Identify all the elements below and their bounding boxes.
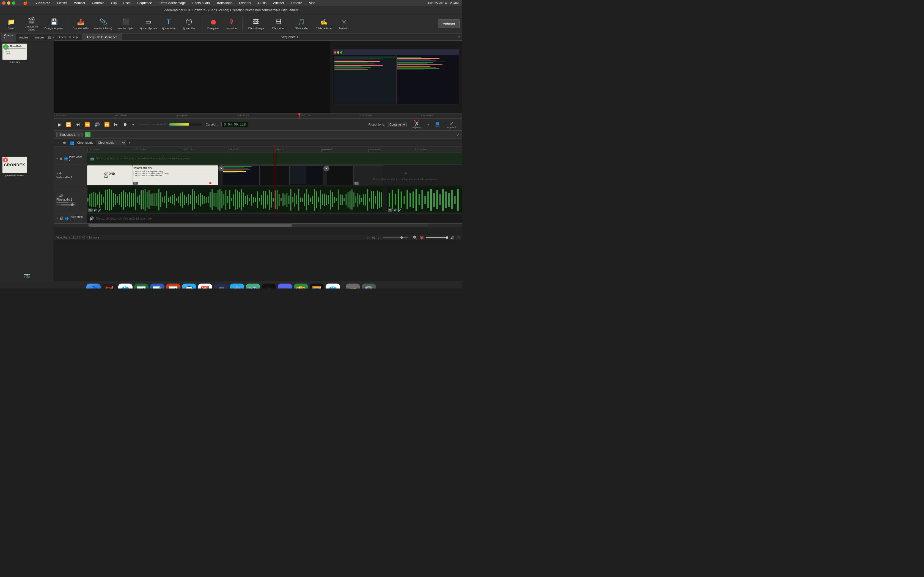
zoom-out-button[interactable]: ⊖ bbox=[367, 235, 370, 240]
createur-videos-button[interactable]: 🎬 Créateur de vidéos bbox=[20, 15, 42, 32]
master-vol-thumb[interactable] bbox=[446, 236, 448, 239]
buy-button[interactable]: Acheter bbox=[438, 19, 460, 28]
maximize-button[interactable] bbox=[12, 2, 15, 5]
effets-texte-button[interactable]: ✍ Effets de texte bbox=[313, 15, 335, 32]
btn-agrandir[interactable]: ⤢ Agrandir bbox=[445, 119, 459, 129]
scrollbar-thumb[interactable] bbox=[88, 224, 292, 227]
exporter-video-button[interactable]: 📤 Exporter vidéo bbox=[69, 15, 92, 32]
dock-maps2[interactable]: 🏆 bbox=[294, 284, 308, 289]
dock-photos[interactable]: 🖼️ bbox=[310, 284, 324, 289]
menu-fichier[interactable]: Fichier bbox=[56, 0, 68, 5]
expand-timeline-icon[interactable]: ⤢ bbox=[457, 132, 460, 137]
sep-button[interactable]: ✂️ Séparer bbox=[410, 119, 423, 129]
effets-audio-button[interactable]: 🎵 Effets audio bbox=[290, 15, 312, 32]
dock-excel[interactable]: 📊 bbox=[134, 284, 149, 289]
zoom-reset-button[interactable]: 🔍 bbox=[413, 235, 417, 240]
track-group-audio2[interactable]: 👥 bbox=[65, 216, 69, 220]
btn-360[interactable]: 👥 360 bbox=[433, 121, 442, 128]
timeline-scrollbar[interactable] bbox=[54, 223, 462, 227]
track-audio2-content[interactable]: 🔊 Glissez-déplacez vos clips audio ici p… bbox=[87, 213, 462, 223]
proportions-select[interactable]: Contenu 16:9 4:3 bbox=[387, 122, 407, 127]
track-group-icon[interactable]: 👥 bbox=[64, 156, 68, 160]
ajouter-texte-button[interactable]: T Ajouter texte bbox=[160, 15, 178, 32]
menu-outils[interactable]: Outils bbox=[257, 0, 268, 5]
track-eye-v1[interactable]: ⏺ bbox=[59, 171, 62, 175]
seq-tab-close[interactable]: × bbox=[78, 133, 80, 136]
audio-link-icon[interactable]: 🔗 bbox=[98, 208, 101, 211]
audio-clip-1[interactable]: FX 🔊 🔗 bbox=[87, 187, 383, 213]
ajouter-titre-button[interactable]: Ⓣ Ajouter titre bbox=[178, 15, 200, 32]
dock-messages[interactable]: 💬 bbox=[182, 284, 196, 289]
clip-code-2[interactable] bbox=[289, 165, 323, 185]
next-button[interactable]: ⏩ bbox=[104, 121, 110, 128]
dock-finder2[interactable]: 📁 bbox=[346, 284, 360, 289]
track-record-icon[interactable]: ⏺ bbox=[60, 156, 63, 160]
track-add-audio2[interactable]: + bbox=[57, 216, 58, 220]
zoom-slider-thumb[interactable] bbox=[401, 236, 403, 239]
master-vol-slider[interactable] bbox=[426, 237, 448, 238]
ajouter-clip-vide-button[interactable]: ▭ Ajouter clip vide bbox=[137, 15, 159, 32]
add-sequence-button[interactable]: + bbox=[85, 132, 90, 137]
audio2-mute-icon[interactable]: 🔊 bbox=[393, 208, 397, 211]
list-item[interactable]: Draw Chain Hack • Setup • Deploy • Execu… bbox=[2, 44, 27, 155]
enregistrer-projet-button[interactable]: 💾 Enregistrer projet bbox=[43, 15, 65, 32]
clip-delete-1[interactable]: ✕ bbox=[218, 165, 225, 171]
prev-button[interactable]: ⏪ bbox=[84, 121, 90, 128]
dock-trash[interactable]: 🗑️ bbox=[362, 284, 376, 289]
menu-piste[interactable]: Piste bbox=[122, 0, 132, 5]
tab-videos[interactable]: Vidéos 2 bbox=[1, 33, 16, 42]
track-minus-v1[interactable]: − bbox=[57, 171, 58, 175]
enregistrer-button[interactable]: ⏺ Enregistrer bbox=[205, 15, 222, 32]
menu-transitions[interactable]: Transitions bbox=[215, 0, 233, 5]
tab-audios[interactable]: Audios bbox=[16, 35, 31, 40]
menu-controle[interactable]: Contrôle bbox=[91, 0, 105, 5]
dock-calendar[interactable]: 📅 bbox=[198, 284, 212, 289]
effets-video-button[interactable]: 🎞 Effets vidéo bbox=[268, 15, 289, 32]
chronologie-select[interactable]: Chronologie bbox=[96, 140, 126, 145]
dock-word[interactable]: 📝 bbox=[150, 284, 165, 289]
effets-image-button[interactable]: 🖼 Effets d'image bbox=[245, 15, 267, 32]
menu-exporter[interactable]: Exporter bbox=[238, 0, 252, 5]
dock-music-unknown[interactable]: 🎵 bbox=[214, 284, 228, 289]
zoom-slider-track[interactable] bbox=[383, 237, 408, 238]
vol-slider-2[interactable] bbox=[57, 204, 76, 206]
audio-mute-icon[interactable]: 🔊 bbox=[94, 208, 97, 211]
menu-clip[interactable]: Clip bbox=[110, 0, 118, 5]
close-button[interactable] bbox=[2, 2, 5, 5]
list-item[interactable]: CRONDEX ⏺ presentation.mov bbox=[2, 156, 27, 268]
narration-button[interactable]: 🎙 Narration bbox=[223, 15, 240, 32]
ajouter-fichiers-button[interactable]: 📎 Ajouter fichiers() bbox=[92, 15, 114, 32]
dock-chrome2[interactable]: 🌐 bbox=[326, 284, 340, 289]
menu-sequence[interactable]: Séquence bbox=[136, 0, 153, 5]
track-audio1-content[interactable]: FX 🔊 🔗 bbox=[87, 186, 462, 213]
sequence-tab[interactable]: Séquence 1 × bbox=[57, 132, 83, 137]
play-button[interactable]: ▶ bbox=[58, 121, 62, 128]
clip-code-1[interactable] bbox=[222, 165, 260, 185]
vol-mute-icon[interactable]: 🔇 bbox=[420, 236, 424, 240]
audio-clip-2[interactable]: FX 🔊 🔗 bbox=[387, 187, 462, 213]
menu-effets-audio[interactable]: Effets audio bbox=[191, 0, 211, 5]
clip-presentation[interactable]: VAULTS AND APY • Explain APY to a beginn… bbox=[132, 165, 218, 185]
tl-camera-icon[interactable]: ⏺ bbox=[62, 140, 67, 145]
menu-fenetre[interactable]: Fenêtre bbox=[289, 0, 303, 5]
dock-discord[interactable]: 🎮 bbox=[278, 284, 292, 289]
tab-images[interactable]: Images bbox=[32, 35, 47, 40]
menu-effets-video[interactable]: Effets vidéo/image bbox=[158, 0, 187, 5]
minimize-button[interactable] bbox=[7, 2, 10, 5]
track-speaker-a1[interactable]: 🔊 bbox=[59, 194, 63, 198]
menu-afficher[interactable]: Afficher bbox=[272, 0, 285, 5]
tab-apercu-sequence[interactable]: Aperçu de la séquence bbox=[82, 34, 122, 40]
sep-dropdown[interactable]: ▼ bbox=[426, 122, 430, 126]
expand-preview-icon[interactable]: ⤢ bbox=[457, 35, 460, 39]
dock-calculator[interactable]: 🧮 bbox=[102, 284, 116, 289]
zoom-in-button[interactable]: ⊕ bbox=[372, 235, 375, 240]
track-speaker-audio2[interactable]: 🔊 bbox=[60, 216, 63, 220]
track-minus-a1[interactable]: − bbox=[57, 194, 58, 198]
tl-add-video-track[interactable]: + bbox=[57, 140, 60, 145]
app-name-menu[interactable]: VideoPad bbox=[34, 0, 52, 5]
track-video2-content[interactable]: 📹 Glissez-déplacez vos clips vidéo, de t… bbox=[87, 153, 462, 164]
tl-group-icon[interactable]: 👥 bbox=[69, 140, 75, 145]
dock-chrome[interactable]: 🌐 bbox=[118, 284, 132, 289]
dock-maps[interactable]: 🗺️ bbox=[246, 284, 260, 289]
scrollbar-track[interactable] bbox=[88, 224, 428, 227]
